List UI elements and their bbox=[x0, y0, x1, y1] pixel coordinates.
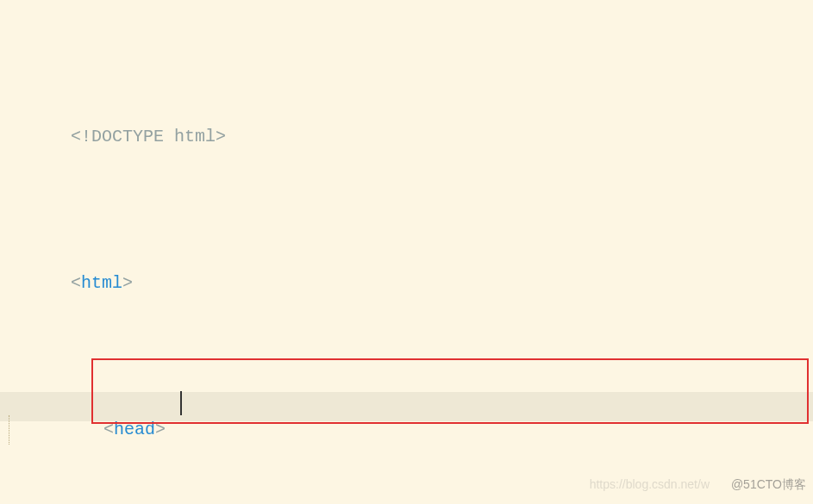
text-cursor bbox=[180, 391, 182, 415]
punct: > bbox=[155, 420, 166, 439]
doctype-keyword: DOCTYPE bbox=[91, 127, 164, 146]
punct: < bbox=[71, 273, 81, 293]
punct: <! bbox=[71, 127, 91, 146]
tag-head: head bbox=[114, 420, 155, 439]
code-line[interactable]: <head> bbox=[3, 415, 810, 445]
punct: > bbox=[216, 127, 226, 146]
punct: < bbox=[103, 420, 114, 439]
code-line[interactable]: <!DOCTYPE html> bbox=[3, 122, 810, 152]
punct: > bbox=[122, 273, 133, 293]
space bbox=[164, 127, 174, 146]
doctype-name: html bbox=[174, 127, 216, 146]
code-editor[interactable]: <!DOCTYPE html> <html> <head> <meta char… bbox=[0, 0, 813, 504]
tag-html: html bbox=[81, 273, 122, 293]
code-line[interactable]: <html> bbox=[3, 269, 810, 298]
